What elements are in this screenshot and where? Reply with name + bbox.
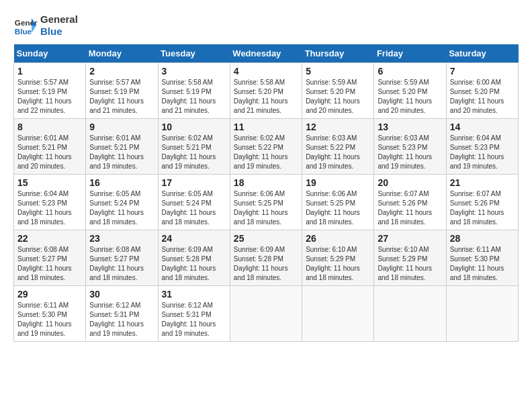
calendar-cell: 27 Sunrise: 6:10 AM Sunset: 5:29 PM Dayl… [374, 230, 446, 286]
calendar-cell: 23 Sunrise: 6:08 AM Sunset: 5:27 PM Dayl… [86, 230, 158, 286]
day-info: Sunrise: 6:05 AM Sunset: 5:24 PM Dayligh… [89, 189, 154, 227]
daylight-minutes: and 18 minutes. [234, 218, 281, 226]
daylight-label: Daylight: 11 hours [306, 265, 360, 272]
sunset-label: Sunset: 5:19 PM [162, 88, 212, 95]
day-number: 30 [89, 289, 154, 300]
sunset-label: Sunset: 5:21 PM [162, 144, 212, 151]
day-number: 26 [306, 233, 370, 244]
daylight-minutes: and 18 minutes. [89, 218, 137, 226]
day-info: Sunrise: 6:08 AM Sunset: 5:27 PM Dayligh… [17, 245, 82, 283]
calendar-cell: 26 Sunrise: 6:10 AM Sunset: 5:29 PM Dayl… [302, 230, 374, 286]
sunrise-label: Sunrise: 6:00 AM [450, 79, 501, 86]
daylight-minutes: and 19 minutes. [162, 163, 210, 170]
day-number: 11 [234, 122, 298, 132]
sunset-label: Sunset: 5:29 PM [306, 255, 355, 263]
weekday-header-saturday: Saturday [446, 44, 518, 63]
daylight-minutes: and 18 minutes. [450, 274, 498, 281]
day-number: 21 [450, 177, 515, 188]
calendar-cell: 9 Sunrise: 6:01 AM Sunset: 5:21 PM Dayli… [86, 119, 158, 175]
daylight-label: Daylight: 11 hours [162, 209, 216, 216]
daylight-label: Daylight: 11 hours [89, 97, 144, 105]
daylight-label: Daylight: 11 hours [378, 153, 432, 161]
sunrise-label: Sunrise: 6:01 AM [17, 134, 69, 142]
day-number: 25 [234, 233, 298, 244]
calendar-cell: 16 Sunrise: 6:05 AM Sunset: 5:24 PM Dayl… [86, 175, 158, 230]
daylight-minutes: and 18 minutes. [378, 218, 425, 226]
day-info: Sunrise: 6:02 AM Sunset: 5:21 PM Dayligh… [162, 134, 226, 171]
day-info: Sunrise: 6:09 AM Sunset: 5:28 PM Dayligh… [162, 245, 226, 283]
day-info: Sunrise: 6:01 AM Sunset: 5:21 PM Dayligh… [89, 134, 154, 171]
sunrise-label: Sunrise: 6:09 AM [234, 246, 285, 253]
day-info: Sunrise: 6:10 AM Sunset: 5:29 PM Dayligh… [306, 245, 370, 283]
calendar-cell: 11 Sunrise: 6:02 AM Sunset: 5:22 PM Dayl… [230, 119, 302, 175]
sunset-label: Sunset: 5:23 PM [17, 199, 67, 207]
calendar-cell: 17 Sunrise: 6:05 AM Sunset: 5:24 PM Dayl… [158, 175, 230, 230]
weekday-header-wednesday: Wednesday [230, 44, 302, 63]
calendar-cell: 13 Sunrise: 6:03 AM Sunset: 5:23 PM Dayl… [374, 119, 446, 175]
calendar-cell: 4 Sunrise: 5:58 AM Sunset: 5:20 PM Dayli… [230, 63, 302, 119]
sunrise-label: Sunrise: 6:06 AM [234, 190, 285, 197]
sunset-label: Sunset: 5:23 PM [450, 144, 500, 151]
calendar-cell [446, 286, 518, 342]
sunset-label: Sunset: 5:25 PM [234, 199, 283, 207]
daylight-minutes: and 18 minutes. [450, 218, 498, 226]
day-number: 9 [89, 122, 154, 132]
daylight-label: Daylight: 11 hours [450, 97, 504, 105]
day-number: 16 [89, 177, 154, 188]
sunrise-label: Sunrise: 5:57 AM [17, 79, 69, 86]
day-number: 27 [378, 233, 442, 244]
day-info: Sunrise: 6:12 AM Sunset: 5:31 PM Dayligh… [162, 301, 226, 338]
daylight-minutes: and 19 minutes. [17, 330, 65, 337]
daylight-label: Daylight: 11 hours [162, 97, 216, 105]
svg-marker-3 [32, 26, 36, 33]
day-info: Sunrise: 6:03 AM Sunset: 5:23 PM Dayligh… [378, 134, 442, 171]
sunrise-label: Sunrise: 6:02 AM [234, 134, 285, 142]
sunrise-label: Sunrise: 6:01 AM [89, 134, 140, 142]
day-info: Sunrise: 6:11 AM Sunset: 5:30 PM Dayligh… [17, 301, 82, 338]
daylight-label: Daylight: 11 hours [306, 209, 360, 216]
calendar-cell: 12 Sunrise: 6:03 AM Sunset: 5:22 PM Dayl… [302, 119, 374, 175]
sunset-label: Sunset: 5:19 PM [89, 88, 139, 95]
daylight-minutes: and 18 minutes. [306, 274, 353, 281]
calendar-cell: 22 Sunrise: 6:08 AM Sunset: 5:27 PM Dayl… [14, 230, 86, 286]
daylight-label: Daylight: 11 hours [450, 209, 504, 216]
day-number: 23 [89, 233, 154, 244]
calendar-cell: 5 Sunrise: 5:59 AM Sunset: 5:20 PM Dayli… [302, 63, 374, 119]
day-info: Sunrise: 6:07 AM Sunset: 5:26 PM Dayligh… [378, 189, 442, 227]
daylight-label: Daylight: 11 hours [89, 320, 144, 328]
day-number: 12 [306, 122, 370, 132]
day-number: 31 [162, 289, 226, 300]
sunset-label: Sunset: 5:30 PM [450, 255, 500, 263]
daylight-label: Daylight: 11 hours [378, 209, 432, 216]
sunrise-label: Sunrise: 6:05 AM [162, 190, 213, 197]
day-info: Sunrise: 6:09 AM Sunset: 5:28 PM Dayligh… [234, 245, 298, 283]
calendar-cell: 3 Sunrise: 5:58 AM Sunset: 5:19 PM Dayli… [158, 63, 230, 119]
day-number: 5 [306, 66, 370, 77]
calendar-cell: 28 Sunrise: 6:11 AM Sunset: 5:30 PM Dayl… [446, 230, 518, 286]
calendar-cell: 15 Sunrise: 6:04 AM Sunset: 5:23 PM Dayl… [14, 175, 86, 230]
daylight-minutes: and 21 minutes. [89, 107, 137, 114]
sunrise-label: Sunrise: 6:11 AM [450, 246, 501, 253]
week-row-5: 29 Sunrise: 6:11 AM Sunset: 5:30 PM Dayl… [14, 286, 519, 342]
sunset-label: Sunset: 5:23 PM [378, 144, 427, 151]
sunset-label: Sunset: 5:28 PM [162, 255, 212, 263]
day-number: 7 [450, 66, 515, 77]
daylight-label: Daylight: 11 hours [234, 97, 288, 105]
day-number: 3 [162, 66, 226, 77]
sunset-label: Sunset: 5:20 PM [234, 88, 283, 95]
daylight-minutes: and 18 minutes. [234, 274, 281, 281]
daylight-label: Daylight: 11 hours [234, 265, 288, 272]
week-row-1: 1 Sunrise: 5:57 AM Sunset: 5:19 PM Dayli… [14, 63, 519, 119]
daylight-minutes: and 19 minutes. [234, 163, 281, 170]
daylight-minutes: and 18 minutes. [89, 274, 137, 281]
sunset-label: Sunset: 5:27 PM [17, 255, 67, 263]
calendar-cell [302, 286, 374, 342]
calendar-cell: 24 Sunrise: 6:09 AM Sunset: 5:28 PM Dayl… [158, 230, 230, 286]
sunrise-label: Sunrise: 5:59 AM [306, 79, 357, 86]
sunrise-label: Sunrise: 6:04 AM [17, 190, 69, 197]
sunrise-label: Sunrise: 6:03 AM [306, 134, 357, 142]
daylight-minutes: and 20 minutes. [378, 107, 425, 114]
sunset-label: Sunset: 5:26 PM [378, 199, 427, 207]
calendar-cell: 31 Sunrise: 6:12 AM Sunset: 5:31 PM Dayl… [158, 286, 230, 342]
daylight-minutes: and 20 minutes. [306, 107, 353, 114]
